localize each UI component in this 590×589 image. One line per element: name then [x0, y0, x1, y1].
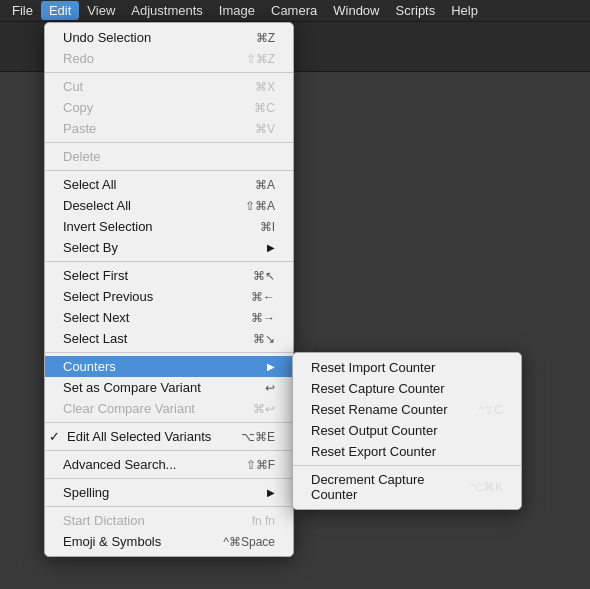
menu-item-counters[interactable]: Counters ▶ Reset Import Counter Reset Ca… — [45, 356, 293, 377]
menu-item-reset-output[interactable]: Reset Output Counter — [293, 420, 521, 441]
menu-item-shortcut: ⌘↩ — [253, 402, 275, 416]
menu-item-copy[interactable]: Copy ⌘C — [45, 97, 293, 118]
menu-item-label: Select Previous — [63, 289, 153, 304]
menu-item-select-last[interactable]: Select Last ⌘↘ — [45, 328, 293, 349]
menu-camera[interactable]: Camera — [263, 1, 325, 20]
separator-5 — [45, 352, 293, 353]
menu-item-reset-rename[interactable]: Reset Rename Counter ^⇧C — [293, 399, 521, 420]
menu-item-label: Set as Compare Variant — [63, 380, 201, 395]
menu-item-start-dictation[interactable]: Start Dictation fn fn — [45, 510, 293, 531]
menu-item-select-first[interactable]: Select First ⌘↖ — [45, 265, 293, 286]
menu-item-label: Reset Rename Counter — [311, 402, 448, 417]
menu-item-paste[interactable]: Paste ⌘V — [45, 118, 293, 139]
menu-item-reset-capture[interactable]: Reset Capture Counter — [293, 378, 521, 399]
menu-item-shortcut: ^⌘Space — [223, 535, 275, 549]
menu-item-label: Decrement Capture Counter — [311, 472, 453, 502]
menu-item-shortcut: ⌘V — [255, 122, 275, 136]
submenu-arrow-icon: ▶ — [267, 487, 275, 498]
menu-item-select-all[interactable]: Select All ⌘A — [45, 174, 293, 195]
menu-item-decrement-capture[interactable]: Decrement Capture Counter ⌥⌘K — [293, 469, 521, 505]
menu-item-label: Spelling — [63, 485, 109, 500]
menu-item-shortcut: ⌘Z — [256, 31, 275, 45]
menu-item-label: Copy — [63, 100, 93, 115]
menu-item-shortcut: ⌘X — [255, 80, 275, 94]
menu-item-label: Reset Import Counter — [311, 360, 435, 375]
menu-item-select-by[interactable]: Select By ▶ — [45, 237, 293, 258]
menu-item-shortcut: ⇧⌘F — [246, 458, 275, 472]
menu-item-label: Start Dictation — [63, 513, 145, 528]
menu-item-label: Emoji & Symbols — [63, 534, 161, 549]
menu-view[interactable]: View — [79, 1, 123, 20]
menu-item-label: Select All — [63, 177, 116, 192]
separator-9 — [45, 506, 293, 507]
counters-separator — [293, 465, 521, 466]
separator-7 — [45, 450, 293, 451]
menu-help[interactable]: Help — [443, 1, 486, 20]
menu-item-select-previous[interactable]: Select Previous ⌘← — [45, 286, 293, 307]
menu-item-label: Undo Selection — [63, 30, 151, 45]
menu-item-label: Reset Output Counter — [311, 423, 437, 438]
separator-3 — [45, 170, 293, 171]
menu-item-label: Cut — [63, 79, 83, 94]
menu-item-select-next[interactable]: Select Next ⌘→ — [45, 307, 293, 328]
menu-item-shortcut: ⌘→ — [251, 311, 275, 325]
menu-item-edit-all-selected[interactable]: ✓ Edit All Selected Variants ⌥⌘E — [45, 426, 293, 447]
menu-item-shortcut: ⌘A — [255, 178, 275, 192]
counters-submenu: Reset Import Counter Reset Capture Count… — [292, 352, 522, 510]
menu-item-label: Reset Export Counter — [311, 444, 436, 459]
menu-item-redo[interactable]: Redo ⇧⌘Z — [45, 48, 293, 69]
separator-2 — [45, 142, 293, 143]
menu-item-shortcut: ⌘↘ — [253, 332, 275, 346]
menu-file[interactable]: File — [4, 1, 41, 20]
menu-edit[interactable]: Edit — [41, 1, 79, 20]
menu-scripts[interactable]: Scripts — [388, 1, 444, 20]
menu-item-label: Advanced Search... — [63, 457, 176, 472]
menu-window[interactable]: Window — [325, 1, 387, 20]
menu-item-label: Reset Capture Counter — [311, 381, 445, 396]
menu-item-label: Clear Compare Variant — [63, 401, 195, 416]
menu-item-shortcut: ⌘← — [251, 290, 275, 304]
menu-adjustments[interactable]: Adjustments — [123, 1, 211, 20]
menu-bar: File Edit View Adjustments Image Camera … — [0, 0, 590, 22]
edit-dropdown: Undo Selection ⌘Z Redo ⇧⌘Z Cut ⌘X Copy ⌘… — [44, 22, 294, 557]
menu-item-reset-import[interactable]: Reset Import Counter — [293, 357, 521, 378]
menu-item-shortcut: ⇧⌘A — [245, 199, 275, 213]
separator-4 — [45, 261, 293, 262]
menu-item-advanced-search[interactable]: Advanced Search... ⇧⌘F — [45, 454, 293, 475]
menu-item-cut[interactable]: Cut ⌘X — [45, 76, 293, 97]
menu-item-reset-export[interactable]: Reset Export Counter — [293, 441, 521, 462]
menu-item-label: Select Next — [63, 310, 129, 325]
menu-image[interactable]: Image — [211, 1, 263, 20]
menu-item-label: Select First — [63, 268, 128, 283]
menu-item-label: Select Last — [63, 331, 127, 346]
menu-item-label: Counters — [63, 359, 116, 374]
menu-item-label: Redo — [63, 51, 94, 66]
menu-item-shortcut: ↩ — [265, 381, 275, 395]
menu-item-shortcut: ⌘I — [260, 220, 275, 234]
menu-item-shortcut: ⌘C — [254, 101, 275, 115]
menu-item-label: Paste — [63, 121, 96, 136]
menu-item-undo-selection[interactable]: Undo Selection ⌘Z — [45, 27, 293, 48]
menu-item-shortcut: ⌥⌘K — [469, 480, 503, 494]
menu-item-label: Edit All Selected Variants — [67, 429, 211, 444]
separator-8 — [45, 478, 293, 479]
menu-item-label: Delete — [63, 149, 101, 164]
separator-6 — [45, 422, 293, 423]
menu-item-label: Deselect All — [63, 198, 131, 213]
menu-item-spelling[interactable]: Spelling ▶ — [45, 482, 293, 503]
menu-item-shortcut: ⌘↖ — [253, 269, 275, 283]
menu-item-set-compare-variant[interactable]: Set as Compare Variant ↩ — [45, 377, 293, 398]
separator-1 — [45, 72, 293, 73]
checkmark-icon: ✓ — [49, 429, 60, 444]
menu-item-label: Invert Selection — [63, 219, 153, 234]
menu-item-label: Select By — [63, 240, 118, 255]
menu-item-shortcut: fn fn — [252, 514, 275, 528]
menu-item-shortcut: ⇧⌘Z — [246, 52, 275, 66]
menu-item-invert-selection[interactable]: Invert Selection ⌘I — [45, 216, 293, 237]
menu-item-delete[interactable]: Delete — [45, 146, 293, 167]
menu-item-deselect-all[interactable]: Deselect All ⇧⌘A — [45, 195, 293, 216]
submenu-arrow-icon: ▶ — [267, 361, 275, 372]
menu-item-emoji-symbols[interactable]: Emoji & Symbols ^⌘Space — [45, 531, 293, 552]
menu-item-shortcut: ⌥⌘E — [241, 430, 275, 444]
menu-item-clear-compare-variant[interactable]: Clear Compare Variant ⌘↩ — [45, 398, 293, 419]
